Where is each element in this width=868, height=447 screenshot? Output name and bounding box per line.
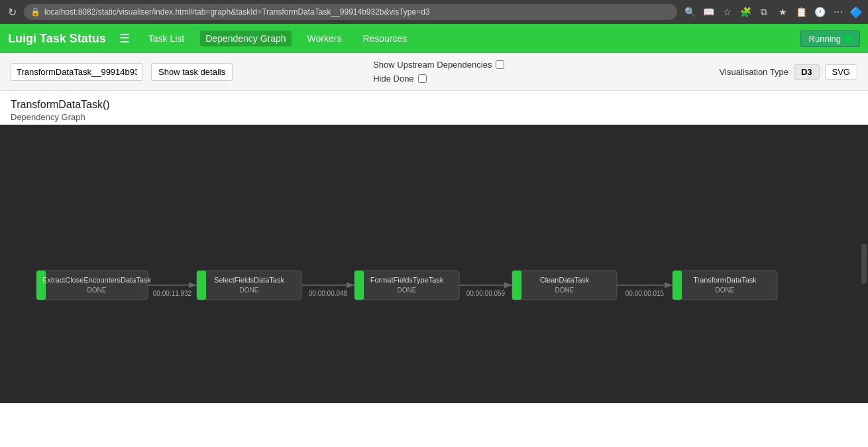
bookmark-icon[interactable]: ☆ — [720, 7, 734, 17]
running-badge: Running — [800, 31, 860, 47]
svg-text:DONE: DONE — [87, 287, 107, 294]
hide-done-label: Hide Done — [373, 74, 413, 84]
scrollbar[interactable] — [861, 244, 867, 284]
nav-resources[interactable]: Resources — [357, 31, 412, 46]
running-badge-label: Running — [809, 34, 841, 44]
show-task-details-button[interactable]: Show task details — [151, 63, 233, 81]
hide-done-checkbox[interactable] — [418, 74, 427, 83]
hide-done-section: Hide Done — [373, 74, 504, 84]
svg-text:CleanDataTask: CleanDataTask — [540, 276, 590, 284]
more-icon[interactable]: ⋯ — [831, 7, 845, 17]
node-clean[interactable]: CleanDataTask DONE — [512, 271, 617, 300]
reload-icon[interactable]: ↻ — [5, 6, 19, 19]
reader-icon[interactable]: 📖 — [701, 7, 716, 17]
dep-graph-label: Dependency Graph — [11, 112, 857, 122]
node-select[interactable]: SelectFieldsDataTask DONE — [197, 271, 301, 300]
extensions-icon[interactable]: 🧩 — [738, 7, 753, 17]
url-bar[interactable]: 🔒 localhost:8082/static/visualiser/index… — [24, 4, 677, 20]
svg-text:DONE: DONE — [398, 287, 417, 294]
page-title-area: TransformDataTask() Dependency Graph — [0, 91, 868, 125]
svg-text:DONE: DONE — [240, 287, 259, 294]
split-view-icon[interactable]: ⧉ — [757, 7, 771, 18]
hamburger-icon[interactable]: ☰ — [117, 29, 133, 48]
node-transform[interactable]: TransformDataTask DONE — [673, 271, 777, 300]
upstream-label: Show Upstream Dependencies — [373, 60, 492, 70]
history-icon[interactable]: 🕐 — [812, 7, 827, 17]
svg-text:ExtractCloseEncountersDataTask: ExtractCloseEncountersDataTask — [42, 276, 151, 284]
svg-rect-18 — [673, 271, 682, 300]
svg-rect-13 — [512, 271, 617, 300]
svg-rect-9 — [354, 271, 459, 300]
nav-workers[interactable]: Workers — [302, 31, 347, 46]
vis-type-label: Visualisation Type — [720, 67, 788, 77]
svg-text:DONE: DONE — [716, 287, 735, 294]
svg-text:TransformDataTask: TransformDataTask — [693, 276, 757, 284]
svg-rect-6 — [197, 271, 206, 300]
svg-rect-5 — [197, 271, 301, 300]
edge-label-1-2: 00:00:11.932 — [153, 290, 192, 297]
task-title: TransformDataTask() — [11, 99, 857, 111]
favorites-icon[interactable]: ★ — [775, 7, 790, 17]
controls-bar: Show task details Show Upstream Dependen… — [0, 53, 868, 91]
svg-text:SelectFieldsDataTask: SelectFieldsDataTask — [214, 276, 284, 284]
edge-icon: 🔷 — [849, 6, 863, 19]
app-title: Luigi Task Status — [8, 32, 106, 46]
browser-actions: 🔍 📖 ☆ 🧩 ⧉ ★ 📋 🕐 ⋯ 🔷 — [682, 6, 863, 19]
graph-area: ExtractCloseEncountersDataTask DONE 00:0… — [0, 125, 868, 403]
search-icon[interactable]: 🔍 — [682, 7, 697, 17]
svg-rect-17 — [673, 271, 777, 300]
node-format[interactable]: FormatFieldsTypeTask DONE — [354, 271, 459, 300]
svg-rect-14 — [512, 271, 521, 300]
edge-label-3-4: 00:00:00.059 — [466, 290, 506, 297]
url-lock-icon: 🔒 — [30, 7, 40, 17]
edge-label-4-5: 00:00:00.015 — [625, 290, 665, 297]
vis-svg-button[interactable]: SVG — [825, 64, 857, 80]
running-indicator — [845, 35, 851, 42]
collections-icon[interactable]: 📋 — [794, 7, 808, 17]
svg-text:DONE: DONE — [555, 287, 574, 294]
upstream-section: Show Upstream Dependencies — [373, 60, 504, 70]
nav-dependency-graph[interactable]: Dependency Graph — [200, 31, 291, 46]
edge-label-2-3: 00:00:00.048 — [309, 290, 348, 297]
node-extract[interactable]: ExtractCloseEncountersDataTask DONE — [36, 271, 151, 300]
graph-svg: ExtractCloseEncountersDataTask DONE 00:0… — [0, 125, 868, 403]
svg-rect-2 — [36, 271, 46, 300]
svg-rect-1 — [36, 271, 148, 300]
task-input[interactable] — [11, 63, 143, 81]
app-header: Luigi Task Status ☰ Task List Dependency… — [0, 24, 868, 53]
nav-task-list[interactable]: Task List — [143, 31, 190, 46]
url-text: localhost:8082/static/visualiser/index.h… — [44, 7, 671, 17]
browser-chrome: ↻ 🔒 localhost:8082/static/visualiser/ind… — [0, 0, 868, 24]
vis-d3-button[interactable]: D3 — [794, 64, 820, 80]
svg-rect-10 — [354, 271, 364, 300]
upstream-checkbox[interactable] — [496, 60, 504, 69]
vis-type-section: Visualisation Type D3 SVG — [720, 64, 857, 80]
svg-text:FormatFieldsTypeTask: FormatFieldsTypeTask — [370, 276, 444, 284]
